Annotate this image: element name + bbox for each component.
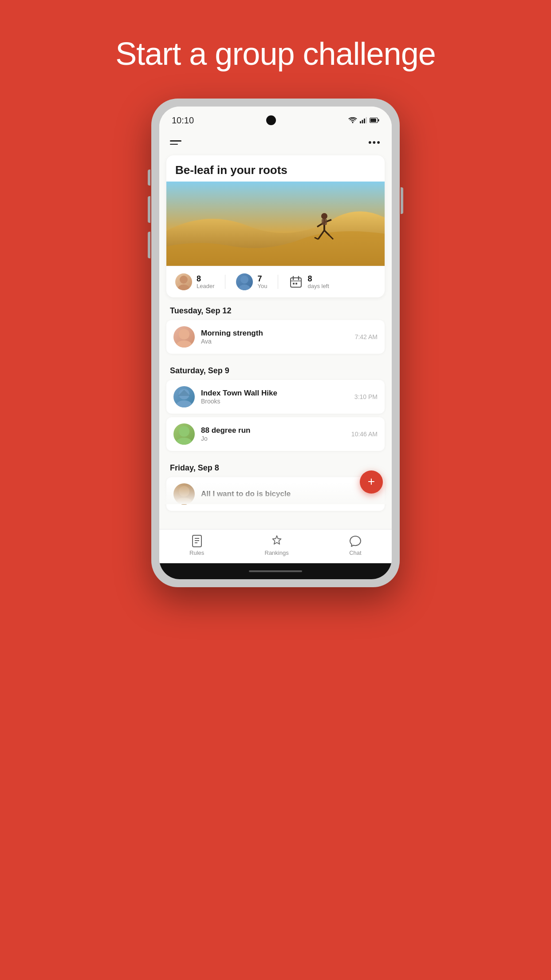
status-time: 10:10 [172,115,194,126]
days-stat-info: 8 days left [307,275,329,289]
activity-user: Jo [201,435,351,442]
chat-nav-label: Chat [349,549,361,556]
activity-time: 10:46 AM [351,431,378,438]
days-label: days left [307,283,329,289]
date-header-tue: Tuesday, Sep 12 [166,297,385,320]
svg-point-18 [180,276,188,284]
svg-point-19 [178,285,189,290]
plus-icon: + [368,475,375,488]
power-button [401,187,403,214]
activity-name: All I want to do is bicycle [201,490,378,498]
days-number: 8 [307,275,329,283]
svg-point-0 [352,122,354,123]
you-stat-info: 7 You [257,275,267,289]
svg-rect-17 [322,219,327,225]
svg-rect-7 [378,119,379,122]
app-content: ••• Be-leaf in your roots [159,130,392,529]
svg-rect-6 [370,119,376,122]
home-bar [249,570,302,572]
activity-time: 3:10 PM [354,393,378,400]
activity-info: 88 degree run Jo [201,426,351,442]
challenge-image [166,182,385,266]
leader-avatar [175,273,192,290]
svg-rect-1 [360,121,361,123]
you-stat: 7 You [236,273,267,290]
stats-row: 8 Leader [166,266,385,297]
home-indicator [159,563,392,579]
svg-rect-37 [193,535,201,547]
chat-nav-item[interactable]: Chat [349,535,362,556]
svg-rect-26 [293,283,295,285]
stat-separator-2 [278,275,278,289]
rankings-nav-label: Rankings [265,549,289,556]
volume-down-button [148,232,150,258]
challenge-card[interactable]: Be-leaf in your roots [166,155,385,297]
phone-shell: 10:10 [151,99,400,587]
activity-item[interactable]: All I want to do is bicycle [166,477,385,511]
leader-stat-info: 8 Leader [197,275,214,289]
activity-user: Ava [201,338,355,345]
svg-point-31 [176,400,192,407]
activity-name: 88 degree run [201,426,351,435]
activity-time: 7:42 AM [355,333,378,340]
volume-up-button [148,196,150,223]
chat-icon [349,535,362,547]
svg-point-33 [179,426,189,437]
page-title: Start a group challenge [115,36,436,72]
svg-point-29 [176,340,192,348]
desert-svg [166,182,385,266]
leader-stat: 8 Leader [175,273,214,290]
signal-icon [360,117,367,123]
phone-screen: 10:10 [159,107,392,579]
you-number: 7 [257,275,267,283]
menu-button[interactable] [170,140,181,145]
activity-info: Index Town Wall Hike Brooks [201,389,354,405]
svg-point-28 [179,329,189,340]
svg-point-34 [176,438,192,445]
mute-button [148,170,150,186]
svg-rect-27 [295,283,297,285]
activity-name: Morning strength [201,329,355,338]
activity-item[interactable]: 88 degree run Jo 10:46 AM [166,417,385,451]
you-label: You [257,283,267,289]
svg-point-36 [176,498,192,505]
you-avatar [236,273,253,290]
svg-rect-4 [366,117,367,123]
status-icons [348,117,379,123]
add-activity-fab[interactable]: + [360,470,383,494]
wifi-icon [348,117,357,123]
svg-point-21 [239,285,250,290]
front-camera [266,115,276,125]
activity-user: Brooks [201,398,354,405]
activity-item[interactable]: Index Town Wall Hike Brooks 3:10 PM [166,380,385,414]
activity-info: All I want to do is bicycle [201,490,378,498]
calendar-icon [289,275,303,289]
bottom-nav: Rules Rankings Chat [159,529,392,563]
svg-rect-2 [362,120,363,123]
svg-rect-3 [364,119,365,123]
more-options-button[interactable]: ••• [368,137,381,148]
svg-point-9 [321,213,327,219]
days-stat: 8 days left [289,275,329,289]
jo-avatar [173,423,195,445]
rules-nav-label: Rules [189,549,204,556]
svg-point-20 [240,276,248,284]
rules-nav-item[interactable]: Rules [189,535,204,556]
activity-item[interactable]: Morning strength Ava 7:42 AM [166,320,385,354]
status-bar: 10:10 [159,107,392,130]
app-scroll[interactable]: ••• Be-leaf in your roots [159,130,392,529]
activity-name: Index Town Wall Hike [201,389,354,398]
svg-rect-22 [291,278,301,287]
ava-avatar [173,326,195,348]
rankings-icon [271,535,283,547]
stat-separator-1 [225,275,225,289]
challenge-title: Be-leaf in your roots [166,155,385,182]
date-header-sat: Saturday, Sep 9 [166,357,385,380]
brooks-avatar [173,386,195,407]
rankings-nav-item[interactable]: Rankings [265,535,289,556]
rules-icon [191,535,203,547]
activity-feed: Tuesday, Sep 12 Morning strength Ava [159,297,392,511]
top-bar: ••• [159,130,392,152]
leader-number: 8 [197,275,214,283]
date-header-fri: Friday, Sep 8 [166,454,385,477]
